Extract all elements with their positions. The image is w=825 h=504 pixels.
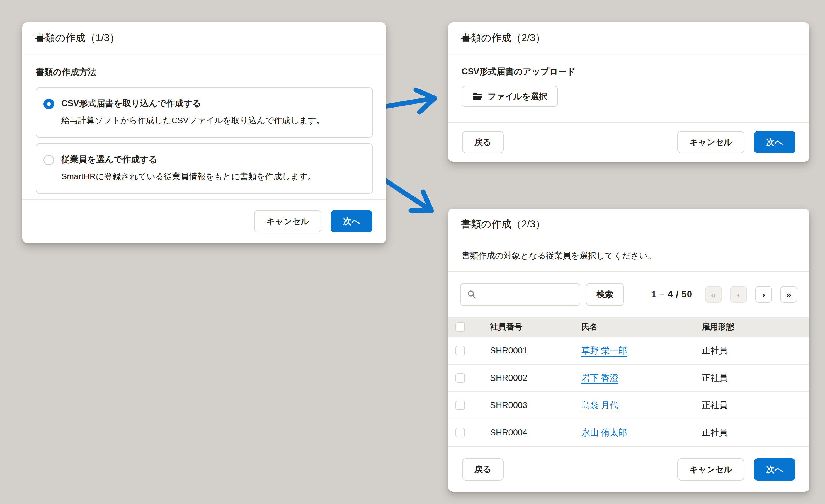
column-header-name: 氏名 xyxy=(581,321,702,333)
pagination-controls: « ‹ › » xyxy=(705,286,797,303)
select-all-checkbox[interactable] xyxy=(455,322,465,332)
row-checkbox[interactable] xyxy=(455,428,465,437)
table-toolbar: 検索 1 – 4 / 50 « ‹ › » xyxy=(448,272,809,317)
next-button[interactable]: 次へ xyxy=(754,458,796,481)
employment-type: 正社員 xyxy=(702,427,809,438)
employee-id: SHR0001 xyxy=(490,346,581,356)
table-row: SHR0003 島袋 月代 正社員 xyxy=(448,392,809,419)
back-button[interactable]: 戻る xyxy=(462,131,504,153)
table-header-row: 社員番号 氏名 雇用形態 xyxy=(448,317,809,337)
dialog-title: 書類の作成（2/3） xyxy=(461,31,545,45)
option-description: SmartHRに登録されている従業員情報をもとに書類を作成します。 xyxy=(61,171,316,182)
method-section-label: 書類の作成方法 xyxy=(36,66,373,78)
back-button[interactable]: 戻る xyxy=(462,458,504,481)
search-input[interactable] xyxy=(460,283,580,306)
dialog-title: 書類の作成（2/3） xyxy=(461,217,545,231)
column-header-employee-id: 社員番号 xyxy=(490,321,581,333)
option-label: CSV形式届書を取り込んで作成する xyxy=(61,97,324,109)
dialog-footer: 戻る キャンセル 次へ xyxy=(448,122,809,162)
dialog-employee-select-step2: 書類の作成（2/3） 書類作成の対象となる従業員を選択してください。 検索 1 … xyxy=(448,209,809,492)
mockup-canvas: { "colors": { "accent": "#0774d0", "back… xyxy=(0,0,825,504)
row-checkbox[interactable] xyxy=(455,346,465,355)
radio-unselected-icon[interactable] xyxy=(44,155,54,165)
employee-id: SHR0003 xyxy=(490,400,581,410)
column-header-employment-type: 雇用形態 xyxy=(702,321,809,333)
file-select-label: ファイルを選択 xyxy=(488,91,547,102)
dialog-create-step1: 書類の作成（1/3） 書類の作成方法 CSV形式届書を取り込んで作成する 給与計… xyxy=(22,22,386,243)
dialog-footer: キャンセル 次へ xyxy=(22,199,386,243)
instruction-text: 書類作成の対象となる従業員を選択してください。 xyxy=(448,240,809,272)
row-checkbox[interactable] xyxy=(455,401,465,410)
cancel-button[interactable]: キャンセル xyxy=(677,131,745,153)
pagination-prev-button[interactable]: ‹ xyxy=(730,286,747,303)
radio-option-csv-import[interactable]: CSV形式届書を取り込んで作成する 給与計算ソフトから作成したCSVファイルを取… xyxy=(36,87,373,138)
employment-type: 正社員 xyxy=(702,400,809,411)
dialog-header: 書類の作成（2/3） xyxy=(448,22,809,54)
next-button[interactable]: 次へ xyxy=(331,210,372,232)
dialog-title: 書類の作成（1/3） xyxy=(35,31,120,45)
table-row: SHR0002 岩下 香澄 正社員 xyxy=(448,365,809,392)
table-row: SHR0004 永山 侑太郎 正社員 xyxy=(448,419,809,447)
employee-name-link[interactable]: 岩下 香澄 xyxy=(581,373,618,383)
row-checkbox[interactable] xyxy=(455,373,465,383)
dialog-csv-upload-step2: 書類の作成（2/3） CSV形式届書のアップロード ファイルを選択 戻る キャン… xyxy=(448,22,809,162)
employee-name-link[interactable]: 草野 栄一郎 xyxy=(581,346,627,355)
dialog-header: 書類の作成（2/3） xyxy=(448,209,809,240)
employee-id: SHR0004 xyxy=(490,428,581,438)
employee-table: 社員番号 氏名 雇用形態 SHR0001 草野 栄一郎 正社員 SHR0002 … xyxy=(448,317,809,447)
cancel-button[interactable]: キャンセル xyxy=(254,210,322,232)
folder-open-icon xyxy=(472,92,482,101)
dialog-body: 書類の作成方法 CSV形式届書を取り込んで作成する 給与計算ソフトから作成したC… xyxy=(22,54,386,194)
pagination-range-label: 1 – 4 / 50 xyxy=(651,289,692,300)
employment-type: 正社員 xyxy=(702,345,809,357)
employee-id: SHR0002 xyxy=(490,373,581,383)
option-label: 従業員を選んで作成する xyxy=(61,154,316,165)
employee-name-link[interactable]: 島袋 月代 xyxy=(581,400,618,410)
file-select-button[interactable]: ファイルを選択 xyxy=(462,86,558,107)
employee-name-cell: 島袋 月代 xyxy=(581,400,702,411)
search-field-wrap xyxy=(460,283,580,306)
employee-name-cell: 草野 栄一郎 xyxy=(581,345,702,357)
pagination-next-button[interactable]: › xyxy=(755,286,772,303)
table-row: SHR0001 草野 栄一郎 正社員 xyxy=(448,337,809,365)
next-button[interactable]: 次へ xyxy=(754,131,796,153)
search-button[interactable]: 検索 xyxy=(586,283,624,306)
radio-selected-icon[interactable] xyxy=(44,99,54,109)
dialog-footer: 戻る キャンセル 次へ xyxy=(448,447,809,492)
cancel-button[interactable]: キャンセル xyxy=(677,458,745,481)
employment-type: 正社員 xyxy=(702,372,809,384)
dialog-body: CSV形式届書のアップロード ファイルを選択 xyxy=(448,54,809,119)
employee-name-link[interactable]: 永山 侑太郎 xyxy=(581,428,627,437)
employee-name-cell: 岩下 香澄 xyxy=(581,372,702,384)
employee-name-cell: 永山 侑太郎 xyxy=(581,427,702,438)
upload-section-label: CSV形式届書のアップロード xyxy=(462,66,796,77)
pagination-last-button[interactable]: » xyxy=(780,286,797,303)
pagination-first-button[interactable]: « xyxy=(705,286,722,303)
option-description: 給与計算ソフトから作成したCSVファイルを取り込んで作成します。 xyxy=(61,115,324,126)
radio-option-select-employees[interactable]: 従業員を選んで作成する SmartHRに登録されている従業員情報をもとに書類を作… xyxy=(36,143,373,194)
dialog-header: 書類の作成（1/3） xyxy=(22,22,386,54)
